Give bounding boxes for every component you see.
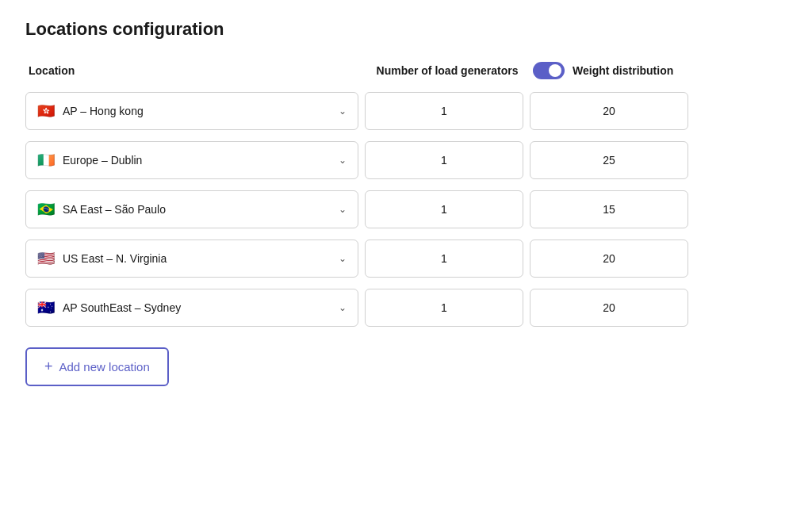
location-select-row-dublin[interactable]: 🇮🇪 Europe – Dublin ⌄ (25, 141, 358, 179)
weight-input-row-virginia[interactable]: 20 (530, 240, 688, 278)
add-location-button[interactable]: + Add new location (25, 347, 169, 386)
flag-icon-row-virginia: 🇺🇸 (37, 250, 55, 267)
location-label-row-dublin: Europe – Dublin (63, 154, 142, 167)
location-label-row-virginia: US East – N. Virginia (63, 252, 167, 265)
plus-icon: + (44, 358, 53, 375)
generators-input-row-hk[interactable]: 1 (365, 92, 523, 130)
flag-icon-row-sydney: 🇦🇺 (37, 299, 55, 316)
generators-input-row-dublin[interactable]: 1 (365, 141, 523, 179)
chevron-down-icon-row-dublin: ⌄ (339, 155, 347, 166)
chevron-down-icon-row-virginia: ⌄ (339, 253, 347, 264)
table-header: Location Number of load generators Weigh… (25, 62, 787, 79)
chevron-down-icon-row-sydney: ⌄ (339, 302, 347, 313)
location-rows-container: 🇭🇰 AP – Hong kong ⌄ 1 20 🇮🇪 Europe – Dub… (25, 92, 787, 327)
col-location-header: Location (29, 64, 362, 77)
generators-input-row-sydney[interactable]: 1 (365, 289, 523, 327)
location-row: 🇦🇺 AP SouthEast – Sydney ⌄ 1 20 (25, 289, 787, 327)
add-location-label: Add new location (59, 360, 150, 374)
generators-input-row-sao-paulo[interactable]: 1 (365, 190, 523, 228)
location-row: 🇧🇷 SA East – São Paulo ⌄ 1 15 (25, 190, 787, 228)
flag-icon-row-hk: 🇭🇰 (37, 102, 55, 120)
flag-icon-row-dublin: 🇮🇪 (37, 151, 55, 169)
location-select-row-sao-paulo[interactable]: 🇧🇷 SA East – São Paulo ⌄ (25, 190, 358, 228)
col-generators-header: Number of load generators (368, 64, 527, 77)
location-label-row-sydney: AP SouthEast – Sydney (63, 301, 181, 314)
generators-input-row-virginia[interactable]: 1 (365, 240, 523, 278)
weight-distribution-toggle[interactable] (533, 62, 565, 79)
location-row: 🇭🇰 AP – Hong kong ⌄ 1 20 (25, 92, 787, 130)
col-weight-label: Weight distribution (573, 64, 673, 77)
toggle-slider (533, 62, 565, 79)
chevron-down-icon-row-sao-paulo: ⌄ (339, 204, 347, 215)
location-select-row-virginia[interactable]: 🇺🇸 US East – N. Virginia ⌄ (25, 240, 358, 278)
chevron-down-icon-row-hk: ⌄ (339, 105, 347, 117)
location-select-row-hk[interactable]: 🇭🇰 AP – Hong kong ⌄ (25, 92, 358, 130)
weight-input-row-sao-paulo[interactable]: 15 (530, 190, 688, 228)
location-label-row-sao-paulo: SA East – São Paulo (63, 203, 166, 216)
location-row: 🇺🇸 US East – N. Virginia ⌄ 1 20 (25, 240, 787, 278)
location-row: 🇮🇪 Europe – Dublin ⌄ 1 25 (25, 141, 787, 179)
location-select-row-sydney[interactable]: 🇦🇺 AP SouthEast – Sydney ⌄ (25, 289, 358, 327)
col-weight-header: Weight distribution (533, 62, 673, 79)
weight-input-row-hk[interactable]: 20 (530, 92, 688, 130)
weight-input-row-dublin[interactable]: 25 (530, 141, 688, 179)
flag-icon-row-sao-paulo: 🇧🇷 (37, 201, 55, 218)
location-label-row-hk: AP – Hong kong (63, 105, 144, 117)
weight-input-row-sydney[interactable]: 20 (530, 289, 688, 327)
page-title: Locations configuration (25, 19, 787, 40)
